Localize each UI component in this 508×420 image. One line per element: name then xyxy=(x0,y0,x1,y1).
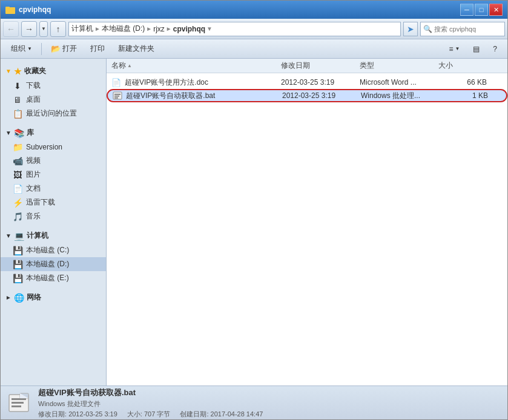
crumb-computer[interactable]: 计算机 xyxy=(71,24,93,34)
sidebar-item-drive-e[interactable]: 💾 本地磁盘 (E:) xyxy=(1,271,106,285)
sidebar-item-pictures[interactable]: 🖼 图片 xyxy=(1,168,106,182)
sidebar-item-drive-c[interactable]: 💾 本地磁盘 (C:) xyxy=(1,243,106,257)
table-row[interactable]: 📄 超碰VIP账号使用方法.doc 2012-03-25 3:19 Micros… xyxy=(107,76,507,89)
open-icon: 📂 xyxy=(51,44,61,53)
file-size-cell: 66 KB xyxy=(438,78,487,87)
minimize-button[interactable]: ─ xyxy=(460,4,473,16)
maximize-button[interactable]: □ xyxy=(475,4,488,16)
col-name-header[interactable]: 名称 ▲ xyxy=(111,61,281,71)
sidebar-item-music-label: 音乐 xyxy=(26,211,41,221)
svg-rect-4 xyxy=(114,96,119,97)
table-row[interactable]: 超碰VIP账号自动获取器.bat 2012-03-25 3:19 Windows… xyxy=(107,89,507,102)
drive-c-icon: 💾 xyxy=(13,246,22,255)
view-icon: ≡ xyxy=(449,45,453,53)
computer-header[interactable]: ▼ 💻 计算机 xyxy=(1,228,106,243)
created-label: 创建日期: xyxy=(180,410,208,418)
organize-button[interactable]: 组织 ▼ xyxy=(5,41,38,56)
crumb-drive[interactable]: 本地磁盘 (D:) xyxy=(102,24,145,34)
status-filetype: Windows 批处理文件 xyxy=(38,399,263,409)
col-type-label: 类型 xyxy=(360,61,374,71)
col-size-header[interactable]: 大小 xyxy=(438,61,487,71)
favorites-section: ▼ ★ 收藏夹 ⬇ 下载 🖥 桌面 📋 最近访问的位置 xyxy=(1,64,106,120)
print-button[interactable]: 打印 xyxy=(85,41,110,56)
sidebar-item-thunder[interactable]: ⚡ 迅雷下载 xyxy=(1,195,106,209)
sidebar-item-thunder-label: 迅雷下载 xyxy=(26,197,55,208)
library-section: ▼ 📚 库 📁 Subversion 📹 视频 🖼 图片 📄 xyxy=(1,125,106,223)
status-file-icon xyxy=(7,391,31,415)
network-header[interactable]: ► 🌐 网络 xyxy=(1,290,106,305)
status-created: 创建日期: 2017-04-28 14:47 xyxy=(180,410,263,419)
sidebar-item-subversion-label: Subversion xyxy=(26,143,62,151)
library-header[interactable]: ▼ 📚 库 xyxy=(1,125,106,140)
thunder-icon: ⚡ xyxy=(13,198,22,208)
drive-d-icon: 💾 xyxy=(13,260,22,269)
help-button[interactable]: ? xyxy=(487,42,503,56)
svg-rect-3 xyxy=(114,94,120,95)
file-date-cell: 2012-03-25 3:19 xyxy=(281,78,360,87)
sidebar-item-drive-d-label: 本地磁盘 (D:) xyxy=(26,259,69,269)
favorites-collapse-icon: ▼ xyxy=(5,68,12,74)
sidebar-item-drive-d[interactable]: 💾 本地磁盘 (D:) xyxy=(1,257,106,271)
back-button[interactable]: ← xyxy=(3,21,19,37)
preview-icon: ▤ xyxy=(473,45,480,53)
svg-rect-1 xyxy=(5,7,10,8)
sidebar-item-videos[interactable]: 📹 视频 xyxy=(1,154,106,168)
desktop-icon: 🖥 xyxy=(13,95,22,105)
up-button[interactable]: ↑ xyxy=(50,21,66,37)
sidebar-item-music[interactable]: 🎵 音乐 xyxy=(1,209,106,223)
preview-button[interactable]: ▤ xyxy=(467,42,485,56)
status-bar: 超碰VIP账号自动获取器.bat Windows 批处理文件 修改日期: 201… xyxy=(1,386,507,419)
sidebar-item-subversion[interactable]: 📁 Subversion xyxy=(1,140,106,154)
sidebar-item-recent[interactable]: 📋 最近访问的位置 xyxy=(1,107,106,120)
explorer-window: cpviphqq ─ □ ✕ ← → ▼ ↑ 计算机 ► 本地磁盘 (D:) ►… xyxy=(0,0,508,420)
crumb-current[interactable]: cpviphqq xyxy=(173,25,205,33)
status-filename: 超碰VIP账号自动获取器.bat xyxy=(38,387,263,398)
sidebar-item-downloads[interactable]: ⬇ 下载 xyxy=(1,79,106,93)
view-dropdown-icon: ▼ xyxy=(455,46,460,51)
address-bar[interactable]: 计算机 ► 本地磁盘 (D:) ► rjxz ► cpviphqq ▼ xyxy=(68,22,401,36)
search-input[interactable] xyxy=(434,25,508,33)
file-type-cell: Microsoft Word ... xyxy=(360,78,438,87)
open-button[interactable]: 📂 打开 xyxy=(45,41,82,56)
nav-dropdown[interactable]: ▼ xyxy=(39,21,48,37)
nav-bar: ← → ▼ ↑ 计算机 ► 本地磁盘 (D:) ► rjxz ► cpviphq… xyxy=(1,19,507,39)
svg-rect-8 xyxy=(12,402,24,404)
sidebar-item-desktop-label: 桌面 xyxy=(26,94,41,105)
file-date-cell: 2012-03-25 3:19 xyxy=(282,91,361,100)
library-icon: 📚 xyxy=(14,128,24,138)
sidebar-item-videos-label: 视频 xyxy=(26,156,41,166)
crumb-rjxz[interactable]: rjxz xyxy=(153,25,165,33)
folder-icon xyxy=(5,5,15,15)
sidebar-item-desktop[interactable]: 🖥 桌面 xyxy=(1,93,106,107)
sidebar-item-documents[interactable]: 📄 文档 xyxy=(1,182,106,195)
sidebar-item-documents-label: 文档 xyxy=(26,183,41,194)
videos-icon: 📹 xyxy=(13,156,22,166)
toolbar: 组织 ▼ 📂 打开 打印 新建文件夹 ≡ ▼ ▤ ? xyxy=(1,39,507,59)
search-box[interactable]: 🔍 xyxy=(420,22,505,36)
sidebar-item-pictures-label: 图片 xyxy=(26,169,41,180)
view-button[interactable]: ≡ ▼ xyxy=(443,42,465,56)
close-button[interactable]: ✕ xyxy=(489,4,503,16)
sort-arrow-icon: ▲ xyxy=(127,63,132,68)
drive-e-icon: 💾 xyxy=(13,274,22,283)
col-name-label: 名称 xyxy=(111,61,126,71)
sidebar-item-recent-label: 最近访问的位置 xyxy=(26,108,77,119)
file-area: 名称 ▲ 修改日期 类型 大小 📄 超碰 xyxy=(107,59,507,386)
modified-value: 2012-03-25 3:19 xyxy=(68,410,117,418)
sidebar-item-downloads-label: 下载 xyxy=(26,80,41,91)
main-area: ▼ ★ 收藏夹 ⬇ 下载 🖥 桌面 📋 最近访问的位置 xyxy=(1,59,507,386)
file-type-cell: Windows 批处理... xyxy=(361,91,440,101)
col-date-header[interactable]: 修改日期 xyxy=(281,61,360,71)
search-icon: 🔍 xyxy=(423,25,432,33)
col-type-header[interactable]: 类型 xyxy=(360,61,438,71)
pictures-icon: 🖼 xyxy=(13,170,22,180)
created-value: 2017-04-28 14:47 xyxy=(211,410,263,418)
favorites-header[interactable]: ▼ ★ 收藏夹 xyxy=(1,64,106,79)
column-headers: 名称 ▲ 修改日期 类型 大小 xyxy=(107,59,507,73)
svg-rect-5 xyxy=(114,97,118,99)
status-details: 修改日期: 2012-03-25 3:19 大小: 707 字节 创建日期: 2… xyxy=(38,410,263,419)
go-button[interactable]: ➤ xyxy=(403,22,418,36)
modified-label: 修改日期: xyxy=(38,410,67,418)
new-folder-button[interactable]: 新建文件夹 xyxy=(113,41,160,56)
forward-button[interactable]: → xyxy=(21,21,37,37)
